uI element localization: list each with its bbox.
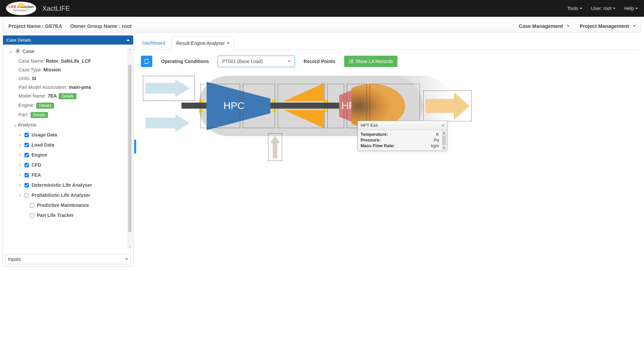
analysis-item[interactable]: Predictive Maintenance [8, 200, 130, 210]
list-icon [349, 59, 354, 64]
panel-splitter[interactable] [133, 35, 138, 267]
scroll-down-icon[interactable]: ⌄ [128, 244, 131, 248]
popup-row-unit: K [436, 132, 439, 137]
analysis-checkbox[interactable] [30, 203, 34, 208]
scroll-up-icon[interactable]: ⌃ [128, 49, 131, 52]
tree-expand-icon[interactable]: › [19, 162, 22, 168]
result-tabs: Dashboard Result:Engine Analyser [141, 37, 638, 50]
analysis-node-label: Analysis [18, 122, 37, 127]
collapse-panel-icon[interactable] [126, 39, 130, 41]
popup-data-row: Mass Flow Rate:kg/s [361, 143, 439, 149]
analysis-item[interactable]: Part Life Tracker [8, 210, 130, 220]
analysis-label: Predictive Maintenance [37, 203, 89, 208]
popup-row-label: Temperature: [361, 132, 388, 137]
splitter-handle-icon[interactable] [134, 139, 136, 154]
top-navbar: LIFE PredictionTechnologies™ XactLIFE To… [0, 0, 644, 17]
tree-scrollbar[interactable]: ⌃ ⌄ [127, 47, 132, 249]
refresh-button[interactable] [141, 56, 152, 67]
app-name: XactLIFE [42, 5, 70, 12]
analysis-label: FEA [32, 172, 41, 178]
owner-group-label: Owner Group Name : [70, 23, 120, 29]
scroll-down-icon[interactable]: ▼ [442, 146, 446, 150]
tree-expand-icon[interactable]: › [19, 192, 22, 198]
exit-arrow-icon [424, 91, 471, 121]
popup-close-button[interactable]: × [442, 123, 444, 128]
tree-expand-icon[interactable]: › [19, 182, 22, 188]
scroll-thumb[interactable] [128, 65, 131, 232]
svg-point-0 [17, 50, 18, 52]
analysis-item[interactable]: ›Probabilistic Life Analyser [8, 190, 130, 200]
tree-expand-icon[interactable]: › [19, 132, 22, 137]
operating-conditions-dropdown[interactable]: PT001 (Base Load) [218, 56, 295, 67]
tree-toggle-case[interactable]: ⌄ [8, 48, 12, 54]
tab-result-engine-analyser[interactable]: Result:Engine Analyser [171, 37, 235, 50]
tab-dashboard[interactable]: Dashboard [141, 37, 167, 49]
project-management-menu[interactable]: Project Management [580, 23, 636, 29]
svg-rect-14 [351, 63, 353, 63]
popup-data-row: Pressure:Pa [361, 137, 439, 143]
popup-row-unit: kg/s [431, 143, 439, 148]
units-row: Units: SI [8, 74, 130, 83]
analysis-checkbox[interactable] [24, 163, 29, 167]
svg-line-6 [19, 52, 19, 53]
scroll-up-icon[interactable]: ▲ [442, 131, 446, 135]
project-name-label: Project Name : [8, 23, 44, 29]
svg-rect-12 [351, 61, 353, 62]
panel-title: Case Details [6, 38, 31, 43]
station-fuel-inlet[interactable] [268, 133, 282, 161]
station-combustor[interactable] [278, 84, 325, 128]
tree-expand-icon[interactable]: › [19, 152, 22, 158]
fuel-arrow-icon [271, 136, 279, 158]
popup-row-label: Mass Flow Rate: [361, 143, 395, 148]
analysis-checkbox[interactable] [24, 183, 29, 187]
station-hpt-inlet[interactable] [327, 84, 344, 128]
analysis-label: Engine [32, 152, 47, 158]
panel-header[interactable]: Case Details [3, 36, 133, 45]
analysis-item[interactable]: ›Deterministic Life Analyser [8, 180, 130, 190]
show-la-records-button[interactable]: Show LA Records [344, 56, 397, 67]
engine-diagram: HPC HPT HPT [143, 76, 472, 170]
analysis-checkbox[interactable] [24, 193, 29, 197]
nav-user[interactable]: User: root [591, 6, 615, 11]
analysis-item[interactable]: ›Engine [8, 150, 130, 160]
project-name-value: GE7EA [45, 23, 62, 29]
case-node-label: Case [22, 48, 34, 54]
model-name-row: Model Name: 7EADetails [8, 92, 130, 101]
station-hpc-exit[interactable] [243, 84, 275, 128]
scroll-thumb[interactable] [442, 135, 446, 145]
analysis-checkbox[interactable] [24, 133, 29, 137]
analysis-checkbox[interactable] [24, 143, 29, 147]
engine-details-button[interactable]: Details [36, 103, 54, 109]
case-name-row: Case Name: Rotor_SafeLife_LCF [8, 57, 130, 65]
analysis-checkbox[interactable] [24, 153, 29, 157]
analysis-item[interactable]: ›FEA [8, 170, 130, 180]
nav-help[interactable]: Help [624, 6, 638, 11]
tree-expand-icon[interactable]: › [19, 172, 22, 178]
analysis-checkbox[interactable] [30, 213, 34, 218]
popup-row-unit: Pa [434, 137, 439, 143]
svg-line-8 [19, 49, 19, 50]
refresh-icon [144, 58, 150, 64]
analysis-item[interactable]: ›Usage Data [8, 130, 130, 140]
tree-expand-icon[interactable]: › [19, 142, 22, 148]
case-management-menu[interactable]: Case Management [519, 23, 570, 29]
analysis-item[interactable]: ›CFD [8, 160, 130, 170]
gear-icon [15, 48, 20, 54]
analysis-item[interactable]: ›Load Data [8, 140, 130, 150]
tree-toggle-analysis[interactable]: ⌄ [13, 122, 16, 128]
inputs-dropdown[interactable]: Inputs [5, 254, 131, 264]
analysis-checkbox[interactable] [24, 173, 29, 177]
caret-down-icon [613, 8, 615, 9]
popup-scrollbar[interactable]: ▲ ▼ [442, 131, 446, 150]
station-ambient-bottom[interactable] [143, 76, 195, 101]
caret-down-icon [635, 8, 638, 9]
analysis-label: Usage Data [32, 132, 57, 137]
model-details-button[interactable]: Details [59, 93, 76, 99]
caret-down-icon [288, 61, 290, 62]
engine-row: Engine:Details [8, 101, 130, 110]
analysis-label: Deterministic Life Analyser [32, 182, 92, 188]
svg-rect-9 [349, 60, 350, 60]
station-hpc-inlet[interactable] [201, 84, 240, 128]
nav-tools[interactable]: Tools [567, 6, 582, 11]
part-details-button[interactable]: Details [31, 112, 48, 118]
